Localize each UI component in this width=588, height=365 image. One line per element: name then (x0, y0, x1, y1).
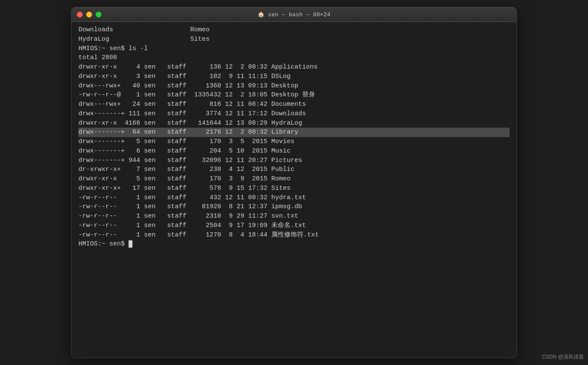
terminal-line: HydraLog Sites (78, 35, 510, 44)
terminal-line: drwx-------+ 6 sen staff 204 5 10 2015 M… (78, 147, 510, 156)
terminal-line: HMIOS:~ sen$ (78, 239, 510, 249)
terminal-line: drwxr-xr-x 5 sen staff 170 3 9 2015 Rome… (78, 174, 510, 184)
terminal-line: drwxr-xr-x 3 sen staff 102 9 11 11:15 DS… (78, 72, 510, 81)
terminal-window: 🏠 sen — bash — 80×24 Downloads RomeoHydr… (71, 7, 517, 358)
terminal-line: total 2808 (78, 53, 510, 63)
terminal-line: drwxr-xr-x 4 sen staff 136 12 2 08:32 Ap… (78, 63, 510, 72)
terminal-line: -rw-r--r-- 1 sen staff 2504 9 17 19:09 未… (78, 221, 510, 230)
traffic-lights (77, 12, 102, 18)
terminal-line: -rw-r--r--@ 1 sen staff 1335432 12 2 18:… (78, 90, 510, 100)
terminal-cursor (129, 240, 132, 248)
terminal-line: drwx-------+ 64 sen staff 2176 12 2 08:3… (78, 128, 510, 137)
terminal-line: drwxr-xr-x 4166 sen staff 141644 12 13 0… (78, 119, 510, 128)
terminal-line: -rw-r--r-- 1 sen staff 1270 8 4 18:44 属性… (78, 230, 510, 240)
close-button[interactable] (77, 12, 83, 18)
terminal-line: -rw-r--r-- 1 sen staff 432 12 11 08:32 h… (78, 193, 510, 203)
watermark: CSDN @清风清晨 (542, 353, 584, 361)
maximize-button[interactable] (96, 12, 102, 18)
minimize-button[interactable] (86, 12, 92, 18)
terminal-line: drwx-------+ 5 sen staff 170 3 5 2015 Mo… (78, 137, 510, 147)
terminal-output: Downloads RomeoHydraLog SitesHMIOS:~ sen… (78, 25, 510, 249)
terminal-line: drwx-------+ 944 sen staff 32096 12 11 2… (78, 156, 510, 165)
terminal-line: HMIOS:~ sen$ ls -l (78, 44, 510, 54)
terminal-body[interactable]: Downloads RomeoHydraLog SitesHMIOS:~ sen… (72, 22, 516, 358)
terminal-line: drwx---rwx+ 24 sen staff 816 12 11 08:42… (78, 100, 510, 109)
terminal-line: drwx-------+ 111 sen staff 3774 12 11 17… (78, 109, 510, 119)
window-title: 🏠 sen — bash — 80×24 (258, 11, 330, 18)
terminal-line: drwx---rwx+ 40 sen staff 1360 12 13 09:1… (78, 81, 510, 91)
terminal-line: drwxr-xr-x+ 17 sen staff 578 9 15 17:32 … (78, 184, 510, 193)
terminal-line: Downloads Romeo (78, 25, 510, 35)
terminal-line: dr-xrwxr-x+ 7 sen staff 238 4 12 2015 Pu… (78, 165, 510, 174)
terminal-line: -rw-r--r-- 1 sen staff 81920 8 21 12:37 … (78, 202, 510, 212)
terminal-line: -rw-r--r-- 1 sen staff 2310 9 29 11:27 s… (78, 212, 510, 221)
titlebar: 🏠 sen — bash — 80×24 (72, 7, 516, 22)
